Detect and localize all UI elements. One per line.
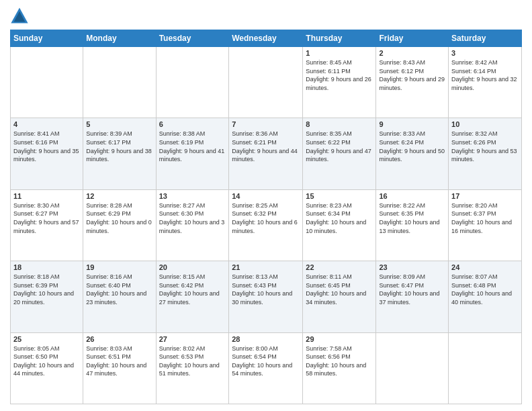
day-info: Sunrise: 7:58 AM Sunset: 6:56 PM Dayligh… — [306, 345, 373, 378]
calendar-cell: 22Sunrise: 8:11 AM Sunset: 6:45 PM Dayli… — [303, 261, 376, 332]
calendar-table: SundayMondayTuesdayWednesdayThursdayFrid… — [10, 30, 522, 404]
day-number: 20 — [159, 263, 226, 271]
day-info: Sunrise: 8:07 AM Sunset: 6:48 PM Dayligh… — [451, 273, 519, 306]
day-number: 22 — [306, 263, 373, 271]
calendar-cell: 1Sunrise: 8:45 AM Sunset: 6:11 PM Daylig… — [303, 47, 376, 118]
calendar-cell — [83, 47, 156, 118]
day-info: Sunrise: 8:43 AM Sunset: 6:12 PM Dayligh… — [379, 58, 445, 92]
calendar-cell: 24Sunrise: 8:07 AM Sunset: 6:48 PM Dayli… — [449, 261, 522, 332]
day-number: 6 — [159, 120, 226, 128]
day-number: 10 — [451, 120, 519, 128]
day-number: 26 — [86, 335, 152, 343]
day-info: Sunrise: 8:15 AM Sunset: 6:42 PM Dayligh… — [159, 273, 226, 306]
day-info: Sunrise: 8:30 AM Sunset: 6:27 PM Dayligh… — [13, 201, 80, 235]
day-header-wednesday: Wednesday — [229, 30, 303, 47]
day-info: Sunrise: 8:36 AM Sunset: 6:21 PM Dayligh… — [232, 130, 300, 163]
day-number: 12 — [86, 192, 152, 200]
day-info: Sunrise: 8:05 AM Sunset: 6:50 PM Dayligh… — [13, 345, 80, 378]
day-number: 3 — [451, 49, 519, 57]
page: SundayMondayTuesdayWednesdayThursdayFrid… — [0, 0, 532, 411]
calendar-cell: 8Sunrise: 8:35 AM Sunset: 6:22 PM Daylig… — [303, 118, 376, 189]
day-info: Sunrise: 8:16 AM Sunset: 6:40 PM Dayligh… — [86, 273, 152, 306]
calendar-cell: 12Sunrise: 8:28 AM Sunset: 6:29 PM Dayli… — [83, 189, 156, 261]
day-number: 15 — [306, 192, 373, 200]
calendar-cell: 2Sunrise: 8:43 AM Sunset: 6:12 PM Daylig… — [376, 47, 449, 118]
day-header-friday: Friday — [376, 30, 449, 47]
week-row-1: 1Sunrise: 8:45 AM Sunset: 6:11 PM Daylig… — [11, 47, 522, 118]
header-row: SundayMondayTuesdayWednesdayThursdayFrid… — [11, 30, 522, 47]
calendar-cell — [449, 332, 522, 404]
day-info: Sunrise: 8:32 AM Sunset: 6:26 PM Dayligh… — [451, 130, 519, 163]
calendar-cell: 13Sunrise: 8:27 AM Sunset: 6:30 PM Dayli… — [156, 189, 229, 261]
day-number: 9 — [379, 120, 445, 128]
day-number: 25 — [13, 335, 80, 343]
calendar-cell: 15Sunrise: 8:23 AM Sunset: 6:34 PM Dayli… — [303, 189, 376, 261]
day-info: Sunrise: 8:00 AM Sunset: 6:54 PM Dayligh… — [232, 345, 300, 378]
day-info: Sunrise: 8:03 AM Sunset: 6:51 PM Dayligh… — [86, 345, 152, 378]
week-row-2: 4Sunrise: 8:41 AM Sunset: 6:16 PM Daylig… — [11, 118, 522, 189]
day-number: 1 — [306, 49, 373, 57]
day-number: 27 — [159, 335, 226, 343]
calendar-cell: 20Sunrise: 8:15 AM Sunset: 6:42 PM Dayli… — [156, 261, 229, 332]
day-number: 19 — [86, 263, 152, 271]
day-number: 18 — [13, 263, 80, 271]
day-number: 7 — [232, 120, 300, 128]
day-number: 8 — [306, 120, 373, 128]
day-number: 24 — [451, 263, 519, 271]
logo-icon — [10, 7, 29, 26]
day-number: 17 — [451, 192, 519, 200]
calendar-cell: 6Sunrise: 8:38 AM Sunset: 6:19 PM Daylig… — [156, 118, 229, 189]
day-number: 29 — [306, 335, 373, 343]
calendar-cell: 11Sunrise: 8:30 AM Sunset: 6:27 PM Dayli… — [11, 189, 83, 261]
day-number: 5 — [86, 120, 152, 128]
day-number: 13 — [159, 192, 226, 200]
day-info: Sunrise: 8:18 AM Sunset: 6:39 PM Dayligh… — [13, 273, 80, 306]
calendar-cell: 21Sunrise: 8:13 AM Sunset: 6:43 PM Dayli… — [229, 261, 303, 332]
header — [10, 7, 522, 26]
calendar-cell: 3Sunrise: 8:42 AM Sunset: 6:14 PM Daylig… — [449, 47, 522, 118]
day-info: Sunrise: 8:35 AM Sunset: 6:22 PM Dayligh… — [306, 130, 373, 163]
day-info: Sunrise: 8:27 AM Sunset: 6:30 PM Dayligh… — [159, 201, 226, 235]
calendar-cell: 10Sunrise: 8:32 AM Sunset: 6:26 PM Dayli… — [449, 118, 522, 189]
day-number: 2 — [379, 49, 445, 57]
day-number: 16 — [379, 192, 445, 200]
day-info: Sunrise: 8:02 AM Sunset: 6:53 PM Dayligh… — [159, 345, 226, 378]
day-info: Sunrise: 8:25 AM Sunset: 6:32 PM Dayligh… — [232, 201, 300, 235]
calendar-cell — [376, 332, 449, 404]
day-number: 11 — [13, 192, 80, 200]
calendar-cell: 9Sunrise: 8:33 AM Sunset: 6:24 PM Daylig… — [376, 118, 449, 189]
calendar-cell: 5Sunrise: 8:39 AM Sunset: 6:17 PM Daylig… — [83, 118, 156, 189]
day-number: 28 — [232, 335, 300, 343]
day-info: Sunrise: 8:39 AM Sunset: 6:17 PM Dayligh… — [86, 130, 152, 163]
day-info: Sunrise: 8:09 AM Sunset: 6:47 PM Dayligh… — [379, 273, 445, 306]
calendar-cell — [11, 47, 83, 118]
day-info: Sunrise: 8:42 AM Sunset: 6:14 PM Dayligh… — [451, 58, 519, 92]
day-info: Sunrise: 8:41 AM Sunset: 6:16 PM Dayligh… — [13, 130, 80, 163]
day-number: 23 — [379, 263, 445, 271]
day-info: Sunrise: 8:20 AM Sunset: 6:37 PM Dayligh… — [451, 201, 519, 235]
day-number: 21 — [232, 263, 300, 271]
logo — [10, 7, 32, 26]
day-info: Sunrise: 8:28 AM Sunset: 6:29 PM Dayligh… — [86, 201, 152, 235]
calendar-cell: 27Sunrise: 8:02 AM Sunset: 6:53 PM Dayli… — [156, 332, 229, 404]
day-info: Sunrise: 8:45 AM Sunset: 6:11 PM Dayligh… — [306, 58, 373, 92]
calendar-cell: 4Sunrise: 8:41 AM Sunset: 6:16 PM Daylig… — [11, 118, 83, 189]
calendar-cell: 26Sunrise: 8:03 AM Sunset: 6:51 PM Dayli… — [83, 332, 156, 404]
day-info: Sunrise: 8:22 AM Sunset: 6:35 PM Dayligh… — [379, 201, 445, 235]
day-header-monday: Monday — [83, 30, 156, 47]
calendar-cell: 16Sunrise: 8:22 AM Sunset: 6:35 PM Dayli… — [376, 189, 449, 261]
calendar-cell: 28Sunrise: 8:00 AM Sunset: 6:54 PM Dayli… — [229, 332, 303, 404]
calendar-cell: 18Sunrise: 8:18 AM Sunset: 6:39 PM Dayli… — [11, 261, 83, 332]
calendar-cell: 23Sunrise: 8:09 AM Sunset: 6:47 PM Dayli… — [376, 261, 449, 332]
day-info: Sunrise: 8:13 AM Sunset: 6:43 PM Dayligh… — [232, 273, 300, 306]
day-header-thursday: Thursday — [303, 30, 376, 47]
week-row-5: 25Sunrise: 8:05 AM Sunset: 6:50 PM Dayli… — [11, 332, 522, 404]
calendar-cell: 14Sunrise: 8:25 AM Sunset: 6:32 PM Dayli… — [229, 189, 303, 261]
day-info: Sunrise: 8:11 AM Sunset: 6:45 PM Dayligh… — [306, 273, 373, 306]
week-row-3: 11Sunrise: 8:30 AM Sunset: 6:27 PM Dayli… — [11, 189, 522, 261]
week-row-4: 18Sunrise: 8:18 AM Sunset: 6:39 PM Dayli… — [11, 261, 522, 332]
calendar-cell: 17Sunrise: 8:20 AM Sunset: 6:37 PM Dayli… — [449, 189, 522, 261]
day-info: Sunrise: 8:38 AM Sunset: 6:19 PM Dayligh… — [159, 130, 226, 163]
day-header-saturday: Saturday — [449, 30, 522, 47]
calendar-cell — [229, 47, 303, 118]
